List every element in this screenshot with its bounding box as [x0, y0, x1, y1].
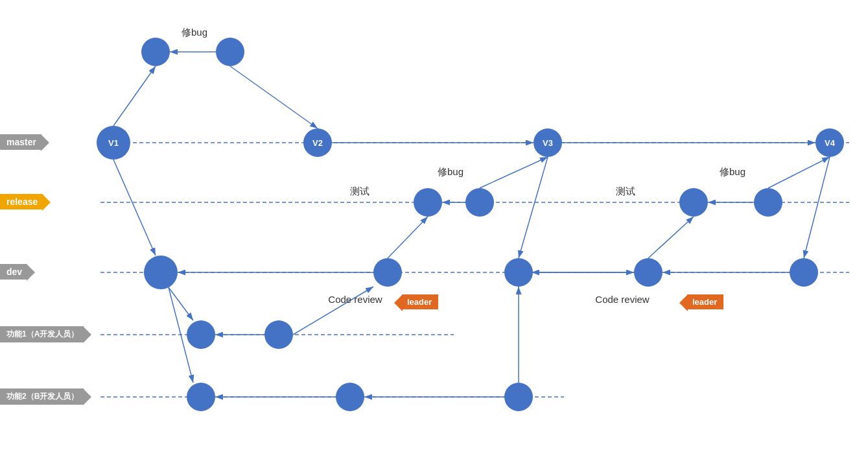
line-dev4-release3: [648, 217, 694, 258]
feature2-branch-label: 功能2（B开发人员）: [0, 388, 84, 405]
dev-arrow-body: dev: [0, 264, 27, 280]
line-dev2-release1: [388, 217, 428, 258]
code-review-label-1: Code review: [328, 294, 382, 305]
node-dev-1: [144, 256, 178, 289]
feature1-branch-label: 功能1（A开发人员）: [0, 326, 84, 342]
fix-bug-top-label: 修bug: [182, 27, 207, 38]
line-bug-right-v2: [230, 66, 318, 128]
node-release-3: [679, 188, 708, 217]
line-v1-dev1: [113, 160, 156, 256]
node-v3-label: V3: [543, 138, 553, 148]
node-release-2: [465, 188, 494, 217]
node-dev-2: [373, 258, 402, 287]
leader-arrow-2-body: leader: [687, 294, 723, 309]
fix-bug-release-2-label: 修bug: [720, 166, 745, 177]
leader-arrow-2: leader: [687, 294, 723, 309]
line-release4-v4: [768, 157, 830, 188]
release-arrow-body: release: [0, 194, 43, 209]
test-label-1: 测试: [350, 185, 369, 197]
node-dev-4: [634, 258, 663, 287]
node-bug-right: [216, 38, 244, 66]
node-v4-label: V4: [825, 138, 836, 148]
feature2-arrow-body: 功能2（B开发人员）: [0, 388, 84, 405]
line-dev1-feat1: [169, 287, 193, 320]
line-v3-dev3: [519, 157, 548, 258]
node-feat2-1: [187, 383, 215, 411]
release-branch-label: release: [0, 194, 43, 209]
dev-branch-label: dev: [0, 264, 27, 280]
fix-bug-release-1-label: 修bug: [438, 166, 463, 177]
master-branch-label: master: [0, 134, 41, 150]
node-v1-label: V1: [108, 138, 119, 148]
line-v4-dev5: [804, 157, 830, 258]
master-arrow-body: master: [0, 134, 41, 150]
node-feat1-2: [264, 320, 293, 349]
node-bug-left: [141, 38, 170, 66]
node-feat2-3: [504, 383, 533, 411]
node-feat1-1: [187, 320, 215, 349]
node-release-1: [414, 188, 442, 217]
node-v2-label: V2: [312, 138, 323, 148]
feature1-arrow-body: 功能1（A开发人员）: [0, 326, 84, 342]
leader-arrow-1-body: leader: [402, 294, 438, 309]
node-release-4: [754, 188, 782, 217]
node-dev-5: [790, 258, 818, 287]
node-dev-3: [504, 258, 533, 287]
line-v1-bug-left: [113, 66, 156, 126]
node-feat2-2: [336, 383, 364, 411]
code-review-label-2: Code review: [595, 294, 650, 305]
test-label-2: 测试: [616, 185, 635, 197]
leader-arrow-1: leader: [402, 294, 438, 309]
git-flow-diagram: V1 V2 V3 V4: [0, 0, 868, 454]
line-release2-v3: [480, 157, 548, 188]
